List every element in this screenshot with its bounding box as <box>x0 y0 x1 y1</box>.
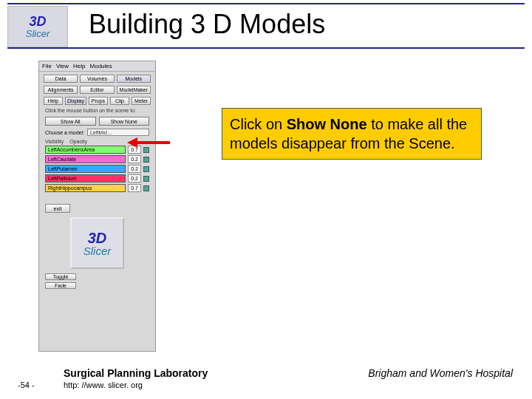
tab-row: Help Display Props Clip Meter <box>44 97 151 105</box>
btn-modelmaker[interactable]: ModelMaker <box>117 86 151 94</box>
show-none-button[interactable]: Show None <box>99 117 150 126</box>
pointer-arrow-icon <box>127 137 170 148</box>
footer-hospital: Brigham and Women's Hospital <box>368 367 513 379</box>
module-row-2: Alignments Editor ModelMaker <box>44 86 151 94</box>
model-visibility-check[interactable] <box>143 157 149 163</box>
choose-model-combo[interactable]: LeftMid… <box>87 129 149 136</box>
slicer-logo: 3D Slicer <box>7 6 68 47</box>
choose-model-row: Choose a model: LeftMid… <box>45 129 149 136</box>
toggle-button[interactable]: Toggle <box>45 273 76 280</box>
model-opacity[interactable]: 0.2 <box>128 174 141 183</box>
callout-pre: Click on <box>230 116 287 132</box>
tab-meter[interactable]: Meter <box>132 97 151 105</box>
callout-bold: Show None <box>287 116 367 132</box>
tab-display[interactable]: Display <box>65 97 86 105</box>
menu-file[interactable]: File <box>42 63 52 69</box>
header-rule-top <box>7 3 525 4</box>
tab-help[interactable]: Help <box>44 97 63 105</box>
btn-data[interactable]: Data <box>44 75 78 83</box>
module-row-1: Data Volumes Models <box>44 75 151 83</box>
btn-alignments[interactable]: Alignments <box>44 86 78 94</box>
btn-volumes[interactable]: Volumes <box>80 75 114 83</box>
show-buttons: Show All Show None <box>45 117 149 126</box>
logo-slicer-text: Slicer <box>26 28 50 39</box>
logo-3d-text: 3D <box>29 14 46 30</box>
model-swatch[interactable]: RightHippocampus <box>45 184 126 192</box>
btn-editor[interactable]: Editor <box>80 86 114 94</box>
col-opacity: Opacity <box>69 139 87 144</box>
bottom-buttons: Toggle Fade <box>45 273 76 289</box>
menubar: File View Help Modules <box>39 61 155 72</box>
show-all-button[interactable]: Show All <box>45 117 96 126</box>
choose-model-label: Choose a model: <box>45 130 84 135</box>
model-opacity[interactable]: 0.2 <box>128 165 141 173</box>
model-swatch[interactable]: LeftPutamen <box>45 165 126 173</box>
3d-view-thumbnail: 3D Slicer <box>70 217 124 269</box>
header-rule-bottom <box>7 47 525 49</box>
model-row: LeftCaudate 0.2 <box>45 155 149 163</box>
model-swatch[interactable]: LeftAccumbensArea <box>45 146 126 154</box>
model-opacity[interactable]: 0.7 <box>128 184 141 192</box>
col-visibility: Visibility <box>45 139 64 144</box>
model-visibility-check[interactable] <box>143 166 149 172</box>
fade-button[interactable]: Fade <box>45 282 76 289</box>
model-visibility-check[interactable] <box>143 176 149 182</box>
footer-lab: Surgical Planning Laboratory <box>64 367 208 379</box>
model-swatch[interactable]: LeftCaudate <box>45 155 126 163</box>
menu-modules[interactable]: Modules <box>90 63 112 69</box>
instruction-callout: Click on Show None to make all the model… <box>222 108 482 160</box>
model-opacity[interactable]: 0.2 <box>128 155 141 163</box>
tab-clip[interactable]: Clip <box>110 97 129 105</box>
app-screenshot: File View Help Modules Data Volumes Mode… <box>38 61 156 352</box>
footer-page: -54 - <box>18 381 35 389</box>
panel-instruction: Click the mouse button on the scene to: <box>45 108 149 114</box>
menu-view[interactable]: View <box>56 63 69 69</box>
footer-url: http: //www. slicer. org <box>64 381 143 389</box>
model-row: LeftPallidum 0.2 <box>45 174 149 183</box>
model-visibility-check[interactable] <box>143 185 149 191</box>
exit-button[interactable]: exit <box>45 204 70 213</box>
model-swatch[interactable]: LeftPallidum <box>45 174 126 183</box>
model-row: RightHippocampus 0.7 <box>45 184 149 192</box>
model-row: LeftPutamen 0.2 <box>45 165 149 173</box>
btn-models[interactable]: Models <box>117 75 151 83</box>
tab-props[interactable]: Props <box>89 97 108 105</box>
slide-title: Building 3 D Models <box>89 9 325 40</box>
menu-help[interactable]: Help <box>73 63 85 69</box>
thumb-slicer-text: Slicer <box>83 245 112 257</box>
